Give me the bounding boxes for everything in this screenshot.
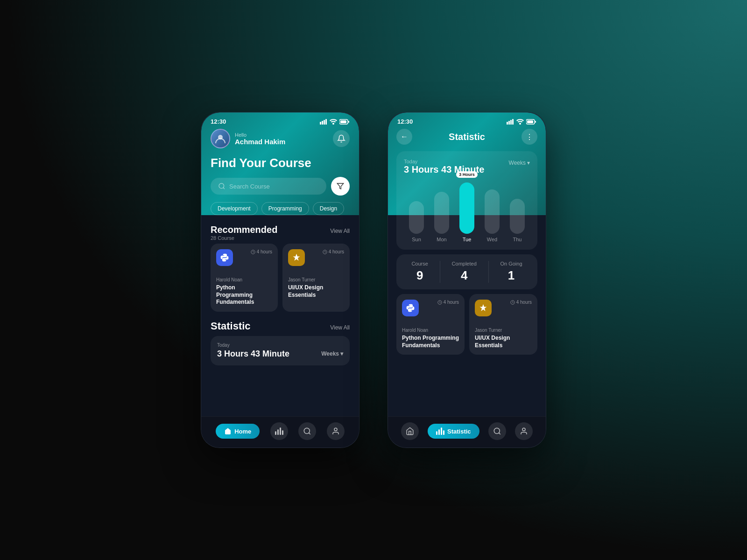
svg-rect-0 — [320, 122, 321, 125]
user-info: Hello Achmad Hakim — [211, 129, 285, 148]
course-icon-p2-uiux — [475, 300, 492, 316]
greeting-label: Hello — [235, 132, 285, 138]
course-card-0[interactable]: 4 hours Harold Noan Python Programming F… — [211, 244, 278, 312]
phone-1: 12:30 — [201, 112, 359, 448]
avatar — [211, 129, 230, 148]
course-card-top-0: 4 hours — [216, 249, 272, 266]
category-development[interactable]: Development — [211, 202, 258, 215]
bar-label-mon: Mon — [437, 237, 446, 242]
course-card-p2-top-1: 4 hours — [475, 300, 532, 316]
bar-monday — [434, 192, 449, 234]
svg-rect-7 — [348, 121, 349, 123]
course-author-0: Harold Noan — [216, 277, 272, 282]
category-design[interactable]: Design — [313, 202, 344, 215]
statistic-header: Statistic View All — [211, 320, 350, 332]
chart-weeks-dropdown[interactable]: Weeks ▾ — [509, 160, 530, 166]
course-card-p2-0[interactable]: 4 hours Harold Noan Python Programming F… — [396, 294, 465, 355]
name-p2-1: UI/UX Design Essentials — [475, 335, 532, 349]
categories-row: Development Programming Design — [211, 202, 350, 215]
weeks-dropdown[interactable]: Weeks ▾ — [321, 350, 343, 357]
status-time-1: 12:30 — [211, 118, 226, 125]
bar-tue: 3 Hours Tue — [459, 182, 474, 242]
hours-badge-p2-1: 4 hours — [510, 300, 532, 305]
user-text: Hello Achmad Hakim — [235, 132, 285, 146]
category-programming[interactable]: Programming — [261, 202, 309, 215]
phone2-main: ← Statistic ⋮ Today 3 Hours 43 Minute We… — [388, 125, 546, 446]
course-card-p2-1[interactable]: 4 hours Jason Turner UI/UX Design Essent… — [469, 294, 537, 355]
statistic-view-all[interactable]: View All — [330, 324, 350, 331]
hours-label-1: 4 hours — [329, 249, 344, 254]
course-icon-uiux — [288, 249, 305, 266]
stat-completed-value: 4 — [452, 268, 477, 283]
svg-rect-16 — [508, 121, 510, 125]
stat-preview: Today 3 Hours 43 Minute Weeks ▾ — [211, 336, 350, 365]
bar-label-wed: Wed — [487, 237, 497, 242]
hours-badge-0: 4 hours — [251, 249, 272, 254]
recommended-header: Recommended 28 Course View All — [211, 224, 350, 241]
svg-rect-21 — [527, 120, 533, 123]
notification-button[interactable] — [333, 130, 350, 147]
svg-rect-15 — [507, 122, 508, 125]
course-icon-python — [216, 249, 233, 266]
bar-mon: Mon — [434, 192, 449, 242]
more-button[interactable]: ⋮ — [521, 129, 537, 145]
stat-ongoing-value: 1 — [500, 268, 522, 283]
recommended-view-all[interactable]: View All — [330, 228, 350, 234]
svg-rect-3 — [325, 119, 327, 125]
bar-chart: Sun Mon 3 Hours — [404, 182, 530, 242]
status-bar-1: 12:30 — [201, 112, 359, 125]
svg-rect-17 — [510, 120, 512, 125]
svg-rect-6 — [340, 120, 346, 123]
hours-label-0: 4 hours — [257, 249, 272, 254]
status-icons-1 — [320, 119, 350, 125]
svg-point-4 — [332, 123, 334, 125]
hours-badge-p2-0: 4 hours — [437, 300, 459, 305]
search-placeholder: Search Course — [229, 183, 270, 190]
stat-divider-1 — [440, 261, 440, 283]
phone-2: 12:30 ← Statistic ⋮ Today 3 Hours 43 Min… — [388, 112, 546, 448]
hours-p2-1: 4 hours — [516, 300, 532, 305]
bar-label-thu: Thu — [513, 237, 522, 242]
svg-marker-10 — [337, 183, 343, 189]
user-header: Hello Achmad Hakim — [211, 129, 350, 148]
find-title: Find Your Course — [211, 156, 350, 170]
stat-today: Today — [217, 343, 343, 348]
course-card-p2-top-0: 4 hours — [402, 300, 459, 316]
course-card-1[interactable]: 4 hours Jason Turner UI/UX Design Essent… — [282, 244, 350, 312]
hours-badge-1: 4 hours — [323, 249, 344, 254]
stats-summary: Course 9 Completed 4 On Going 1 — [396, 254, 537, 289]
statistic-page-title: Statistic — [449, 132, 485, 142]
stat-course: Course 9 — [411, 261, 428, 283]
bar-wednesday — [485, 189, 500, 234]
filter-button[interactable] — [331, 177, 350, 196]
svg-point-9 — [219, 183, 224, 189]
svg-point-19 — [519, 123, 521, 125]
statistic-title: Statistic — [211, 320, 251, 332]
status-time-2: 12:30 — [397, 118, 413, 125]
phone1-main: Hello Achmad Hakim Find Your Course — [201, 125, 359, 446]
course-card-top-1: 4 hours — [288, 249, 344, 266]
course-icon-p2-python — [402, 300, 419, 316]
courses-row-p2: 4 hours Harold Noan Python Programming F… — [396, 294, 537, 355]
stat-divider-2 — [488, 261, 489, 283]
bar-tuesday — [459, 182, 474, 234]
stat-ongoing-label: On Going — [500, 261, 522, 266]
author-p2-0: Harold Noan — [402, 328, 459, 333]
clock-icon — [251, 250, 255, 254]
user-name: Achmad Hakim — [235, 138, 285, 146]
back-button[interactable]: ← — [396, 129, 412, 145]
chart-today: Today — [404, 159, 484, 164]
uiux-icon-p2 — [479, 303, 488, 313]
recommended-title: Recommended — [211, 224, 277, 235]
bar-sunday — [409, 201, 424, 234]
phone2-topnav: ← Statistic ⋮ — [396, 129, 537, 145]
clock-icon-1 — [323, 250, 327, 254]
stat-course-value: 9 — [411, 268, 428, 283]
stat-course-label: Course — [411, 261, 428, 266]
search-input-container[interactable]: Search Course — [211, 178, 326, 195]
bar-wed: Wed — [485, 189, 500, 242]
hours-p2-0: 4 hours — [444, 300, 459, 305]
bar-thursday — [510, 199, 525, 234]
stat-completed: Completed 4 — [452, 261, 477, 283]
bar-label-tue: Tue — [463, 237, 472, 242]
